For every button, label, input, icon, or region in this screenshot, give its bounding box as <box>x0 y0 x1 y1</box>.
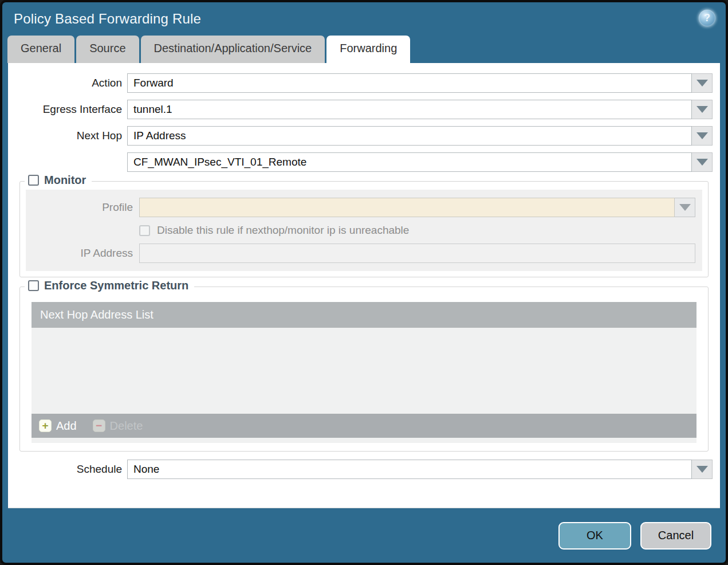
profile-input <box>139 198 675 217</box>
next-hop-row: Next Hop IP Address <box>8 126 720 146</box>
chevron-down-icon <box>696 466 708 473</box>
schedule-input[interactable]: None <box>127 460 692 479</box>
tab-bar: General Source Destination/Application/S… <box>2 36 726 63</box>
tab-general[interactable]: General <box>7 36 74 63</box>
egress-interface-label: Egress Interface <box>8 103 127 116</box>
next-hop-address-dropdown-button[interactable] <box>692 152 713 172</box>
chevron-down-icon <box>679 204 691 211</box>
next-hop-type-input[interactable]: IP Address <box>127 126 692 146</box>
enforce-symmetric-return-legend: Enforce Symmetric Return <box>25 279 194 292</box>
plus-icon: + <box>39 419 52 432</box>
action-label: Action <box>8 77 127 89</box>
monitor-legend-label: Monitor <box>44 174 86 187</box>
cancel-button[interactable]: Cancel <box>640 522 711 550</box>
chevron-down-icon <box>696 132 708 139</box>
egress-interface-row: Egress Interface tunnel.1 <box>8 100 720 119</box>
schedule-label: Schedule <box>8 463 127 476</box>
schedule-row: Schedule None <box>8 460 720 479</box>
delete-button: − Delete <box>93 419 143 433</box>
add-button[interactable]: + Add <box>39 419 77 433</box>
next-hop-address-list-toolbar: + Add − Delete <box>32 414 696 438</box>
monitor-ip-address-input <box>139 244 695 263</box>
ok-button[interactable]: OK <box>558 522 631 550</box>
monitor-checkbox[interactable] <box>28 175 39 186</box>
next-hop-address-list-header: Next Hop Address List <box>32 302 696 328</box>
monitor-legend: Monitor <box>25 174 92 187</box>
profile-label: Profile <box>26 201 139 214</box>
chevron-down-icon <box>696 106 708 113</box>
next-hop-address-list-body[interactable] <box>32 328 696 414</box>
tab-source[interactable]: Source <box>76 36 139 63</box>
delete-button-label: Delete <box>110 419 143 433</box>
minus-icon: − <box>93 419 105 432</box>
enforce-symmetric-return-checkbox[interactable] <box>28 280 39 291</box>
tab-content-forwarding: Action Forward Egress Interface tunnel.1… <box>8 63 720 508</box>
next-hop-address-input[interactable]: CF_MWAN_IPsec_VTI_01_Remote <box>127 152 692 172</box>
monitor-ip-address-row: IP Address <box>26 244 702 263</box>
next-hop-label: Next Hop <box>8 130 127 142</box>
next-hop-address-row: CF_MWAN_IPsec_VTI_01_Remote <box>8 152 720 172</box>
action-dropdown-button[interactable] <box>692 73 713 93</box>
chevron-down-icon <box>696 159 708 166</box>
enforce-symmetric-return-legend-label: Enforce Symmetric Return <box>44 279 188 292</box>
monitor-fieldset: Monitor Profile Disable this rule if nex… <box>19 181 709 277</box>
dialog-titlebar: Policy Based Forwarding Rule ? <box>2 2 726 36</box>
chevron-down-icon <box>696 80 708 87</box>
profile-row: Profile <box>26 198 702 217</box>
profile-dropdown-button <box>675 198 695 217</box>
policy-based-forwarding-rule-dialog: Policy Based Forwarding Rule ? General S… <box>0 0 728 565</box>
monitor-ip-address-label: IP Address <box>26 247 139 260</box>
egress-interface-input[interactable]: tunnel.1 <box>127 100 692 119</box>
disable-rule-checkbox <box>139 225 150 236</box>
table-bottom-strip <box>32 438 696 443</box>
monitor-disabled-panel: Profile Disable this rule if nexthop/mon… <box>26 190 702 271</box>
enforce-symmetric-return-fieldset: Enforce Symmetric Return Next Hop Addres… <box>19 287 709 452</box>
tab-destination-application-service[interactable]: Destination/Application/Service <box>141 36 325 63</box>
disable-rule-label: Disable this rule if nexthop/monitor ip … <box>157 224 409 237</box>
help-icon[interactable]: ? <box>699 10 715 26</box>
dialog-footer: OK Cancel <box>2 508 726 563</box>
next-hop-address-list-table: Next Hop Address List + Add − Delete <box>32 302 696 443</box>
add-button-label: Add <box>56 419 77 433</box>
disable-rule-row: Disable this rule if nexthop/monitor ip … <box>139 224 702 237</box>
action-input[interactable]: Forward <box>127 73 692 93</box>
schedule-dropdown-button[interactable] <box>692 460 713 479</box>
next-hop-type-dropdown-button[interactable] <box>692 126 713 146</box>
dialog-title: Policy Based Forwarding Rule <box>14 11 201 27</box>
egress-interface-dropdown-button[interactable] <box>692 100 713 119</box>
action-row: Action Forward <box>8 73 720 93</box>
tab-forwarding[interactable]: Forwarding <box>326 36 410 63</box>
